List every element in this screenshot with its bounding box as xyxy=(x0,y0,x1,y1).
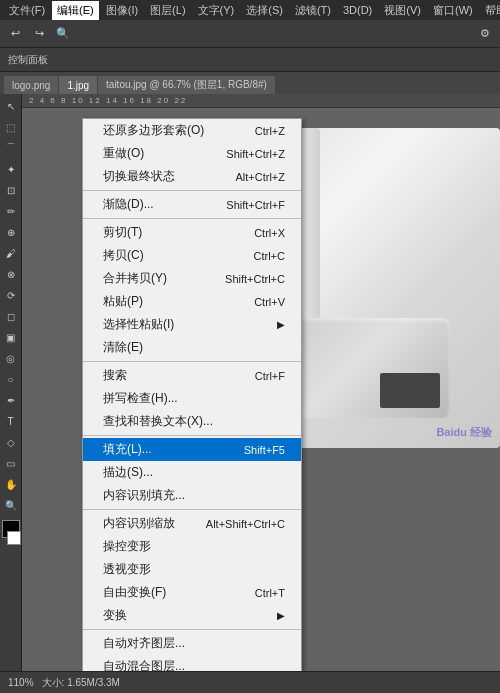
ctx-cut[interactable]: 剪切(T) Ctrl+X xyxy=(83,221,301,244)
ctx-find-replace[interactable]: 查找和替换文本(X)... xyxy=(83,410,301,433)
left-toolbox: ↖ ⬚ ⌒ ✦ ⊡ ✏ ⊕ 🖌 ⊗ ⟳ ◻ ▣ ◎ ○ ✒ T ◇ ▭ ✋ 🔍 xyxy=(0,94,22,671)
ctx-redo[interactable]: 重做(O) Shift+Ctrl+Z xyxy=(83,142,301,165)
tool-dodge[interactable]: ○ xyxy=(1,369,21,389)
ctx-spell-check[interactable]: 拼写检查(H)... xyxy=(83,387,301,410)
ctx-search[interactable]: 搜索 Ctrl+F xyxy=(83,364,301,387)
tab-taitou[interactable]: taitou.jpg @ 66.7% (图层1, RGB/8#) xyxy=(98,76,275,94)
tool-brush[interactable]: 🖌 xyxy=(1,243,21,263)
ctx-transform-arrow: ▶ xyxy=(277,610,285,621)
tool-eyedropper[interactable]: ✏ xyxy=(1,201,21,221)
status-bar: 110% 大小: 1.65M/3.3M xyxy=(0,671,500,693)
ctx-sep-4 xyxy=(83,435,301,436)
context-menu: 还原多边形套索(O) Ctrl+Z 重做(O) Shift+Ctrl+Z 切换最… xyxy=(82,118,302,671)
menu-item-text[interactable]: 文字(Y) xyxy=(193,1,240,20)
ctx-undo[interactable]: 还原多边形套索(O) Ctrl+Z xyxy=(83,119,301,142)
menu-item-file[interactable]: 文件(F) xyxy=(4,1,50,20)
menu-bar: 文件(F) 编辑(E) 图像(I) 图层(L) 文字(Y) 选择(S) 滤镜(T… xyxy=(0,0,500,20)
ctx-toggle-shortcut: Alt+Ctrl+Z xyxy=(235,171,285,183)
ctx-content-aware-fill[interactable]: 内容识别填充... xyxy=(83,484,301,507)
ctx-persp-label: 透视变形 xyxy=(103,561,151,578)
ctx-toggle-label: 切换最终状态 xyxy=(103,168,175,185)
ctx-paste-special[interactable]: 选择性粘贴(I) ▶ xyxy=(83,313,301,336)
background-color[interactable] xyxy=(7,531,21,545)
menu-item-select[interactable]: 选择(S) xyxy=(241,1,288,20)
ctx-merge-copy-label: 合并拷贝(Y) xyxy=(103,270,167,287)
tool-hand[interactable]: ✋ xyxy=(1,474,21,494)
ruler-horizontal: 2 4 6 8 10 12 14 16 18 20 22 xyxy=(22,94,500,108)
tool-crop[interactable]: ⊡ xyxy=(1,180,21,200)
tool-lasso[interactable]: ⌒ xyxy=(1,138,21,158)
sub-toolbar: 控制面板 xyxy=(0,48,500,72)
ctx-merge-copy[interactable]: 合并拷贝(Y) Shift+Ctrl+C xyxy=(83,267,301,290)
main-area: ↖ ⬚ ⌒ ✦ ⊡ ✏ ⊕ 🖌 ⊗ ⟳ ◻ ▣ ◎ ○ ✒ T ◇ ▭ ✋ 🔍 … xyxy=(0,94,500,671)
tool-type[interactable]: T xyxy=(1,411,21,431)
menu-item-help[interactable]: 帮助(H) xyxy=(480,1,500,20)
ctx-free-transform[interactable]: 自由变换(F) Ctrl+T xyxy=(83,581,301,604)
menu-item-layer[interactable]: 图层(L) xyxy=(145,1,190,20)
ctx-paste-label: 粘贴(P) xyxy=(103,293,143,310)
ctx-fill-label: 填充(L)... xyxy=(103,441,152,458)
tool-gradient[interactable]: ▣ xyxy=(1,327,21,347)
zoom-button[interactable]: 🔍 xyxy=(52,23,74,45)
ruler-label: 2 4 6 8 10 12 14 16 18 20 22 xyxy=(29,96,187,105)
tool-pen[interactable]: ✒ xyxy=(1,390,21,410)
hdmi-port-shape xyxy=(380,373,440,408)
tool-heal[interactable]: ⊕ xyxy=(1,222,21,242)
ctx-auto-blend-label: 自动混合图层... xyxy=(103,658,185,671)
ctx-copy-label: 拷贝(C) xyxy=(103,247,144,264)
ctx-stroke[interactable]: 描边(S)... xyxy=(83,461,301,484)
ctx-redo-shortcut: Shift+Ctrl+Z xyxy=(226,148,285,160)
ctx-copy[interactable]: 拷贝(C) Ctrl+C xyxy=(83,244,301,267)
canvas-image-area: Baidu 经验 还原多边形套索(O) Ctrl+Z 重做(O) Shift+C… xyxy=(22,108,500,671)
ctx-sep-6 xyxy=(83,629,301,630)
ctx-puppet-label: 操控变形 xyxy=(103,538,151,555)
redo-button[interactable]: ↪ xyxy=(28,23,50,45)
ctx-fade[interactable]: 渐隐(D)... Shift+Ctrl+F xyxy=(83,193,301,216)
tool-wand[interactable]: ✦ xyxy=(1,159,21,179)
tool-select[interactable]: ⬚ xyxy=(1,117,21,137)
ctx-transform[interactable]: 变换 ▶ xyxy=(83,604,301,627)
ctx-content-scale-label: 内容识别缩放 xyxy=(103,515,175,532)
ctx-fill[interactable]: 填充(L)... Shift+F5 xyxy=(83,438,301,461)
ctx-puppet-warp[interactable]: 操控变形 xyxy=(83,535,301,558)
menu-item-3d[interactable]: 3D(D) xyxy=(338,2,377,18)
ctx-copy-shortcut: Ctrl+C xyxy=(254,250,285,262)
ctx-fill-shortcut: Shift+F5 xyxy=(244,444,285,456)
ctx-paste[interactable]: 粘贴(P) Ctrl+V xyxy=(83,290,301,313)
tool-history[interactable]: ⟳ xyxy=(1,285,21,305)
menu-item-window[interactable]: 窗口(W) xyxy=(428,1,478,20)
tool-eraser[interactable]: ◻ xyxy=(1,306,21,326)
undo-button[interactable]: ↩ xyxy=(4,23,26,45)
tool-blur[interactable]: ◎ xyxy=(1,348,21,368)
ctx-paste-special-arrow: ▶ xyxy=(277,319,285,330)
menu-item-image[interactable]: 图像(I) xyxy=(101,1,143,20)
ctx-sep-2 xyxy=(83,218,301,219)
ctx-perspective-warp[interactable]: 透视变形 xyxy=(83,558,301,581)
tool-arrow[interactable]: ↖ xyxy=(1,96,21,116)
menu-item-filter[interactable]: 滤镜(T) xyxy=(290,1,336,20)
tool-stamp[interactable]: ⊗ xyxy=(1,264,21,284)
ctx-toggle-state[interactable]: 切换最终状态 Alt+Ctrl+Z xyxy=(83,165,301,188)
ctx-paste-shortcut: Ctrl+V xyxy=(254,296,285,308)
ctx-sep-5 xyxy=(83,509,301,510)
ctx-redo-label: 重做(O) xyxy=(103,145,144,162)
settings-button[interactable]: ⚙ xyxy=(474,23,496,45)
tab-logo[interactable]: logo.png xyxy=(4,76,58,94)
ctx-clear-label: 清除(E) xyxy=(103,339,143,356)
menu-item-view[interactable]: 视图(V) xyxy=(379,1,426,20)
ctx-auto-blend[interactable]: 自动混合图层... xyxy=(83,655,301,671)
ctx-auto-align[interactable]: 自动对齐图层... xyxy=(83,632,301,655)
tool-path[interactable]: ◇ xyxy=(1,432,21,452)
ctx-free-transform-label: 自由变换(F) xyxy=(103,584,166,601)
ctx-content-fill-label: 内容识别填充... xyxy=(103,487,185,504)
tool-zoom[interactable]: 🔍 xyxy=(1,495,21,515)
file-info: 大小: 1.65M/3.3M xyxy=(42,676,120,690)
ctx-spell-label: 拼写检查(H)... xyxy=(103,390,178,407)
ctx-content-scale[interactable]: 内容识别缩放 Alt+Shift+Ctrl+C xyxy=(83,512,301,535)
watermark-text: Baidu 经验 xyxy=(436,425,492,440)
tabs-row: logo.png 1.jpg taitou.jpg @ 66.7% (图层1, … xyxy=(0,72,500,94)
ctx-clear[interactable]: 清除(E) xyxy=(83,336,301,359)
tool-shape[interactable]: ▭ xyxy=(1,453,21,473)
tab-1jpg[interactable]: 1.jpg xyxy=(59,76,97,94)
menu-item-edit[interactable]: 编辑(E) xyxy=(52,1,99,20)
